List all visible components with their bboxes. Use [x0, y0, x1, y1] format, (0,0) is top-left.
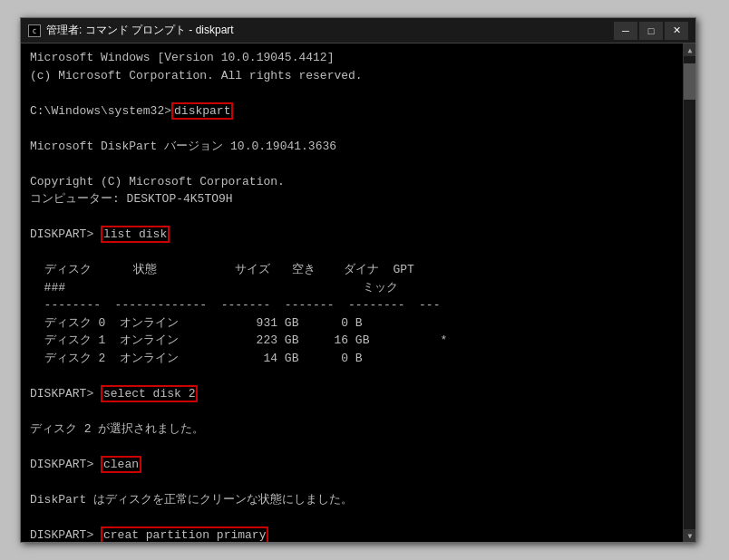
terminal-line: -------- ------------- ------- ------- -…	[30, 296, 674, 314]
terminal-line: Microsoft DiskPart バージョン 10.0.19041.3636	[30, 138, 674, 156]
prompt: DISKPART>	[30, 387, 101, 401]
command-creatpartition: creat partition primary	[101, 526, 268, 543]
command-clean: clean	[101, 456, 141, 473]
scrollbar-thumb[interactable]	[684, 63, 695, 100]
title-bar-text: 管理者: コマンド プロンプト - diskpart	[46, 23, 614, 38]
terminal-line: コンピューター: DESKTOP-4K5TO9H	[30, 190, 674, 208]
terminal-line: ディスク 2 が選択されました。	[30, 420, 674, 439]
prompt: DISKPART>	[30, 528, 101, 542]
terminal-line: ディスク 2 オンライン 14 GB 0 B	[30, 350, 674, 368]
terminal-line-creatpartition: DISKPART> creat partition primary	[30, 526, 674, 543]
prompt: C:\Windows\system32>	[30, 104, 171, 118]
close-button[interactable]: ✕	[665, 22, 688, 40]
title-bar-buttons: ─ □ ✕	[614, 22, 688, 40]
terminal-line: ### ミック	[30, 279, 674, 297]
terminal-window: C 管理者: コマンド プロンプト - diskpart ─ □ ✕ Micro…	[20, 17, 696, 543]
terminal-line: Microsoft Windows [Version 10.0.19045.44…	[30, 49, 674, 67]
command-diskpart: diskpart	[171, 102, 233, 120]
terminal-line	[30, 244, 674, 262]
terminal-line	[30, 473, 674, 491]
scrollbar-track[interactable]	[684, 56, 695, 529]
terminal-line	[30, 508, 674, 526]
terminal-line-clean: DISKPART> clean	[30, 456, 674, 474]
title-bar: C 管理者: コマンド プロンプト - diskpart ─ □ ✕	[21, 18, 695, 43]
scrollbar-up-button[interactable]: ▲	[684, 43, 695, 56]
command-listdisk: list disk	[101, 226, 170, 243]
scrollbar-down-button[interactable]: ▼	[684, 529, 695, 542]
terminal-line	[30, 402, 674, 420]
terminal-line-selectdisk: DISKPART> select disk 2	[30, 385, 674, 403]
terminal-line	[30, 84, 674, 102]
window: C 管理者: コマンド プロンプト - diskpart ─ □ ✕ Micro…	[20, 17, 709, 543]
terminal-line: ディスク 1 オンライン 223 GB 16 GB *	[30, 332, 674, 350]
terminal-line	[30, 438, 674, 456]
terminal-line	[30, 155, 674, 173]
terminal-line	[30, 208, 674, 227]
window-icon: C	[28, 24, 41, 37]
command-selectdisk: select disk 2	[101, 385, 198, 402]
terminal-line	[30, 367, 674, 385]
restore-button[interactable]: □	[639, 22, 663, 40]
prompt: DISKPART>	[30, 227, 101, 241]
terminal-line: ディスク 0 オンライン 931 GB 0 B	[30, 314, 674, 333]
prompt: DISKPART>	[30, 458, 101, 471]
terminal-line: Copyright (C) Microsoft Corporation.	[30, 173, 674, 191]
terminal-line	[30, 120, 674, 138]
scrollbar[interactable]: ▲ ▼	[683, 43, 695, 542]
terminal-line-listdisk: DISKPART> list disk	[30, 226, 674, 244]
terminal-line: (c) Microsoft Corporation. All rights re…	[30, 67, 674, 85]
terminal-line: DiskPart はディスクを正常にクリーンな状態にしました。	[30, 491, 674, 509]
terminal-line: ディスク 状態 サイズ 空き ダイナ GPT	[30, 261, 674, 279]
terminal-body[interactable]: Microsoft Windows [Version 10.0.19045.44…	[21, 43, 683, 542]
minimize-button[interactable]: ─	[614, 22, 637, 40]
terminal-line-diskpart: C:\Windows\system32>diskpart	[30, 102, 674, 121]
